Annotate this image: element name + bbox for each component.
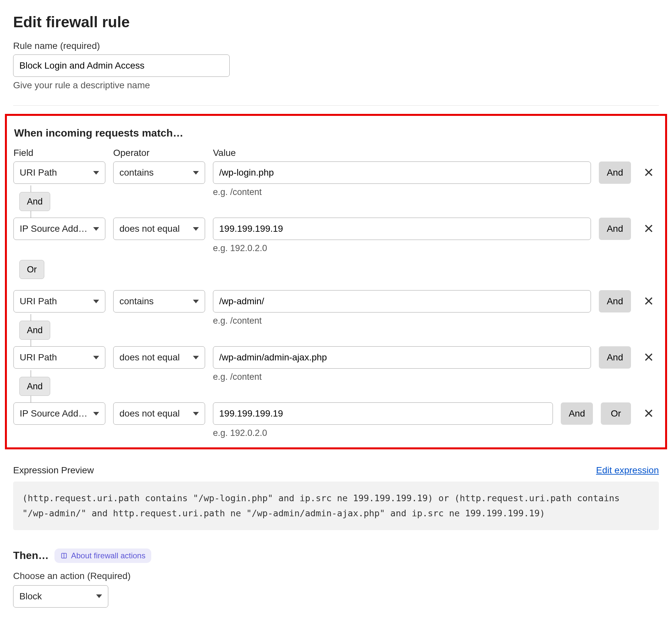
connector-stem xyxy=(31,185,31,192)
col-value-label: Value xyxy=(213,148,659,158)
value-input[interactable] xyxy=(213,346,591,369)
edit-expression-link[interactable]: Edit expression xyxy=(596,465,659,476)
rule-row: IP Source Add…does not equale.g. 192.0.2… xyxy=(13,218,659,253)
chevron-down-icon xyxy=(193,412,199,416)
divider xyxy=(13,105,659,106)
connector-or[interactable]: Or xyxy=(20,260,44,279)
field-select[interactable]: URI Path xyxy=(13,162,105,184)
and-button[interactable]: And xyxy=(599,346,631,369)
action-label: Choose an action (Required) xyxy=(13,571,659,581)
operator-value: does not equal xyxy=(119,352,180,363)
chevron-down-icon xyxy=(96,594,102,598)
operator-value: contains xyxy=(119,167,153,178)
connector-stem xyxy=(31,396,31,403)
field-select[interactable]: URI Path xyxy=(13,346,105,369)
match-heading: When incoming requests match… xyxy=(14,127,659,139)
about-firewall-actions[interactable]: About firewall actions xyxy=(55,549,151,563)
operator-select[interactable]: contains xyxy=(113,290,205,312)
chevron-down-icon xyxy=(93,356,99,359)
rule-name-help: Give your rule a descriptive name xyxy=(13,80,659,91)
expression-preview-label: Expression Preview xyxy=(13,465,94,476)
chevron-down-icon xyxy=(93,171,99,175)
remove-row-button[interactable] xyxy=(639,346,659,369)
book-icon xyxy=(60,552,68,559)
rule-name-label: Rule name (required) xyxy=(13,41,659,51)
remove-row-button[interactable] xyxy=(639,403,659,425)
operator-select[interactable]: contains xyxy=(113,162,205,184)
page-title: Edit firewall rule xyxy=(13,13,659,31)
chevron-down-icon xyxy=(93,412,99,416)
value-input[interactable] xyxy=(213,403,553,425)
connector-stem xyxy=(31,340,31,346)
operator-value: contains xyxy=(119,296,153,307)
chevron-down-icon xyxy=(193,356,199,359)
chevron-down-icon xyxy=(193,171,199,175)
column-labels: Field Operator Value xyxy=(13,148,659,158)
action-select[interactable]: Block xyxy=(13,585,108,608)
or-button[interactable]: Or xyxy=(601,403,631,425)
connector-and[interactable]: And xyxy=(20,377,50,396)
col-operator-label: Operator xyxy=(113,148,205,158)
match-section: When incoming requests match… Field Oper… xyxy=(5,114,667,449)
value-input[interactable] xyxy=(213,290,591,312)
chevron-down-icon xyxy=(93,300,99,303)
field-select[interactable]: IP Source Add… xyxy=(13,218,105,240)
remove-row-button[interactable] xyxy=(639,218,659,240)
operator-value: does not equal xyxy=(119,408,180,419)
operator-select[interactable]: does not equal xyxy=(113,218,205,240)
close-icon xyxy=(644,223,653,234)
close-icon xyxy=(644,408,653,419)
chevron-down-icon xyxy=(93,227,99,231)
close-icon xyxy=(644,352,653,363)
and-button[interactable]: And xyxy=(599,162,631,184)
field-value: IP Source Add… xyxy=(20,408,87,419)
close-icon xyxy=(644,296,653,307)
about-firewall-actions-label: About firewall actions xyxy=(71,551,145,560)
field-select[interactable]: URI Path xyxy=(13,290,105,312)
value-hint: e.g. 192.0.2.0 xyxy=(213,243,591,253)
connector-and[interactable]: And xyxy=(20,321,50,340)
field-value: URI Path xyxy=(20,167,57,178)
connector-stem xyxy=(31,370,31,377)
connector-and[interactable]: And xyxy=(20,192,50,211)
remove-row-button[interactable] xyxy=(639,290,659,312)
chevron-down-icon xyxy=(193,300,199,303)
and-button[interactable]: And xyxy=(599,290,631,312)
field-select[interactable]: IP Source Add… xyxy=(13,403,105,425)
field-value: IP Source Add… xyxy=(20,223,87,234)
chevron-down-icon xyxy=(193,227,199,231)
action-value: Block xyxy=(20,591,42,602)
field-value: URI Path xyxy=(20,352,57,363)
operator-select[interactable]: does not equal xyxy=(113,403,205,425)
rule-row: IP Source Add…does not equale.g. 192.0.2… xyxy=(13,403,659,438)
remove-row-button[interactable] xyxy=(639,162,659,184)
then-label: Then… xyxy=(13,549,48,562)
value-hint: e.g. /content xyxy=(213,187,591,197)
value-hint: e.g. /content xyxy=(213,316,591,326)
operator-select[interactable]: does not equal xyxy=(113,346,205,369)
col-field-label: Field xyxy=(13,148,105,158)
connector-stem xyxy=(31,314,31,321)
operator-value: does not equal xyxy=(119,223,180,234)
and-button[interactable]: And xyxy=(599,218,631,240)
expression-preview: (http.request.uri.path contains "/wp-log… xyxy=(13,482,659,530)
connector-stem xyxy=(31,211,31,218)
close-icon xyxy=(644,167,653,178)
value-input[interactable] xyxy=(213,162,591,184)
field-value: URI Path xyxy=(20,296,57,307)
and-button[interactable]: And xyxy=(561,403,593,425)
value-hint: e.g. 192.0.2.0 xyxy=(213,428,553,438)
value-hint: e.g. /content xyxy=(213,372,591,382)
rule-name-input[interactable] xyxy=(13,55,230,77)
value-input[interactable] xyxy=(213,218,591,240)
